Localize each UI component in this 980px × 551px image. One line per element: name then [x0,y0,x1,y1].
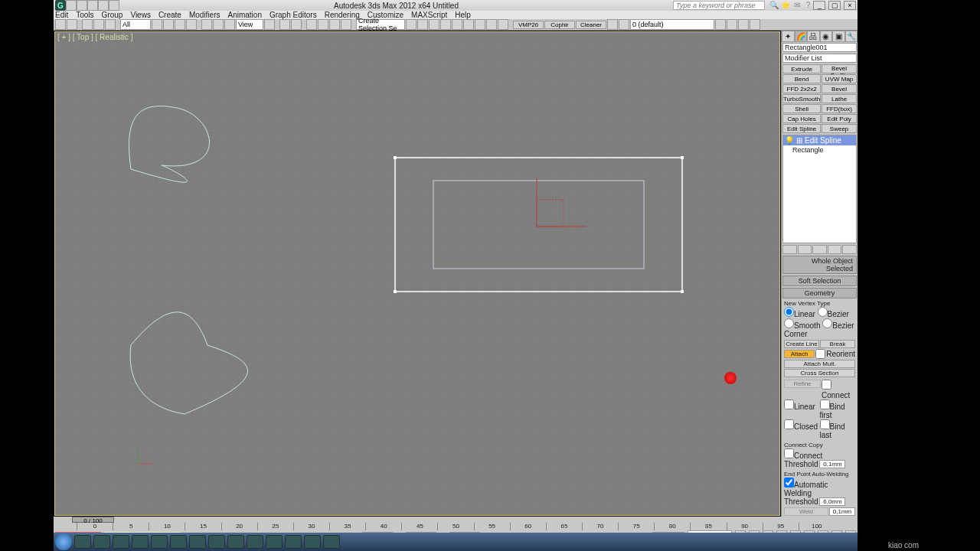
timeline-ruler[interactable]: 0 5 10 15 20 25 30 35 40 45 50 55 60 65 … [54,523,858,530]
render-button[interactable] [498,19,508,30]
tab-create-icon[interactable]: ✦ [782,31,795,42]
mod-editspline[interactable]: Edit Spline [782,124,821,133]
schematic-view-button[interactable] [452,19,462,30]
select-region-button[interactable] [175,19,185,30]
create-line-button[interactable]: Create Line [784,340,819,348]
bulb-icon[interactable]: 💡 [785,136,794,145]
qat-open-icon[interactable] [77,0,87,11]
render-preset-btn4[interactable] [750,19,760,30]
linear-checkbox[interactable] [784,399,794,409]
rollout-geometry[interactable]: Geometry [782,288,857,298]
vtx-beziercorner-radio[interactable] [822,318,832,328]
modifier-list-dropdown[interactable]: Modifier List [782,54,857,63]
attach-button[interactable]: Attach [784,350,815,358]
vtx-linear-radio[interactable] [784,307,794,317]
redo-button[interactable] [67,19,77,30]
minimize-button[interactable]: _ [813,1,825,10]
bindfirst-checkbox[interactable] [820,399,830,409]
show-end-icon[interactable] [798,245,812,254]
mod-sweep[interactable]: Sweep [822,124,857,133]
task-app3-icon[interactable] [266,535,283,549]
layers-button[interactable] [429,19,439,30]
task-app1-icon[interactable] [227,535,244,549]
refcoord-dropdown[interactable]: View [236,19,263,30]
tab-display-icon[interactable]: ▣ [832,31,845,42]
object-name-field[interactable]: Rectangle001 [782,43,857,52]
task-app4-icon[interactable] [304,535,321,549]
qat-undo-icon[interactable] [98,0,109,11]
task-ps-icon[interactable] [151,535,168,549]
tab-hierarchy-icon[interactable]: 品 [807,31,820,42]
modifier-stack[interactable]: 💡⊞Edit Spline Rectangle [782,135,857,243]
tab-motion-icon[interactable]: ◉ [820,31,833,42]
task-save-icon[interactable] [132,535,149,549]
window-crossing-button[interactable] [186,19,197,30]
search-input[interactable] [673,1,765,10]
angle-snap-button[interactable] [318,19,328,30]
make-unique-icon[interactable] [812,245,827,254]
selection-filter-dropdown[interactable]: All [120,19,151,30]
select-manipulate-button[interactable] [279,19,290,30]
link-button[interactable] [82,19,93,30]
rotate-button[interactable] [213,19,224,30]
render-preset-btn2[interactable] [727,19,737,30]
menu-create[interactable]: Create [158,11,181,19]
mod-extrude[interactable]: Extrude [782,64,821,73]
snap-toggle-button[interactable] [306,19,317,30]
configure-sets-icon[interactable] [842,245,857,254]
undo-button[interactable] [55,19,66,30]
menu-edit[interactable]: Edit [55,11,68,19]
qat-new-icon[interactable] [66,0,77,11]
tab-modify-icon[interactable]: 🌈 [795,31,808,42]
windows-taskbar[interactable] [54,533,858,551]
mirror-button[interactable] [406,19,416,30]
mod-shell[interactable]: Shell [782,104,821,113]
vtx-bezier-radio[interactable] [818,307,828,317]
align-button[interactable] [417,19,428,30]
task-wmp-icon[interactable] [93,535,110,549]
unlink-button[interactable] [93,19,104,30]
menu-views[interactable]: Views [130,11,151,19]
pin-stack-icon[interactable] [782,245,797,254]
material-editor-button[interactable] [463,19,474,30]
mod-editpoly[interactable]: Edit Poly [822,114,857,123]
task-word-icon[interactable] [189,535,206,549]
qat-redo-icon[interactable] [109,0,119,11]
mod-bevel[interactable]: Bevel [822,84,857,93]
menu-maxscript[interactable]: MAXScript [411,11,447,19]
help-icon[interactable]: ? [803,1,812,10]
spinner-snap-button[interactable] [341,19,351,30]
mod-ffd2x2x2[interactable]: FFD 2x2x2 [782,84,821,93]
render-preset-dropdown[interactable]: 0 (default) [630,19,714,30]
exchange-icon[interactable]: ✉ [792,1,802,10]
percent-snap-button[interactable] [329,19,340,30]
use-center-button[interactable] [264,19,275,30]
render-setup-button[interactable] [475,19,485,30]
mod-capholes[interactable]: Cap Holes [782,114,821,123]
bind-spacewarp-button[interactable] [105,19,116,30]
plugin-extra-2[interactable] [619,19,629,30]
menu-help[interactable]: Help [455,11,471,19]
search-icon[interactable]: 🔍 [769,1,779,10]
closed-checkbox[interactable] [784,419,794,429]
menu-group[interactable]: Group [102,11,123,19]
scale-button[interactable] [224,19,235,30]
mod-ffdbox[interactable]: FFD(box) [822,104,857,113]
render-preset-btn3[interactable] [738,19,749,30]
task-app5-icon[interactable] [323,535,340,549]
task-chrome-icon[interactable] [113,535,129,549]
keyboard-shortcut-button[interactable] [291,19,302,30]
task-app2-icon[interactable] [247,535,263,549]
stack-base[interactable]: Rectangle [783,145,856,155]
qat-save-icon[interactable] [87,0,98,11]
menu-modifiers[interactable]: Modifiers [189,11,220,19]
task-3dsmax-icon[interactable] [208,535,225,549]
trackbar[interactable]: 0 / 100 [54,517,858,523]
autoweld-checkbox[interactable] [784,478,794,487]
viewport-top[interactable]: [ + ] [ Top ] [ Realistic ] [54,31,781,517]
mod-bevelprofile[interactable]: Bevel Profile [822,64,857,73]
named-selection-dropdown[interactable]: Create Selection Se [356,19,405,30]
render-preset-btn1[interactable] [715,19,726,30]
infocenter-icons[interactable]: 🔍 ⭐ ✉ ? [769,1,812,10]
menu-grapheditors[interactable]: Graph Editors [270,11,317,19]
